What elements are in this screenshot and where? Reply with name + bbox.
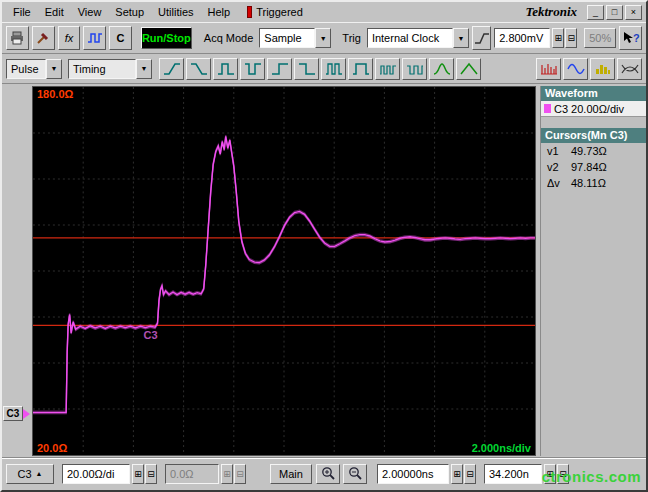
channel-marker-arrow-icon	[23, 409, 30, 419]
square-wave-icon	[87, 31, 103, 45]
keypad-icon[interactable]: ⊞	[132, 464, 144, 484]
meas-pos-duty-button[interactable]	[375, 58, 400, 80]
vertical-scale-top-label: 180.0Ω	[37, 88, 73, 100]
menu-edit[interactable]: Edit	[38, 4, 71, 20]
cursor-readout-v2: v2 97.84Ω	[541, 159, 646, 175]
eye-diagram-button[interactable]	[617, 58, 642, 80]
magnifier-minus-icon	[348, 466, 363, 481]
histogram-comb-button[interactable]	[536, 58, 561, 80]
pulse-mode-select[interactable]: Pulse ▼	[6, 59, 62, 79]
trig-label: Trig	[339, 32, 364, 44]
display-waveform-button[interactable]	[83, 26, 106, 50]
keypad-icon[interactable]: ⊞	[552, 28, 564, 48]
acq-mode-value[interactable]: Sample	[259, 28, 315, 48]
svg-text:?: ?	[633, 32, 640, 44]
close-button[interactable]: ×	[625, 5, 642, 20]
trig-slope-button[interactable]	[472, 26, 491, 50]
menu-setup[interactable]: Setup	[108, 4, 151, 20]
channel-marker[interactable]: C3	[3, 406, 31, 421]
trig-dropdown-icon[interactable]: ▼	[453, 28, 469, 48]
trace-label: C3	[143, 329, 157, 341]
print-button[interactable]	[6, 26, 29, 50]
zoom-in-button[interactable]	[316, 464, 340, 484]
meas-rise-time-button[interactable]	[159, 58, 184, 80]
zoom-out-button[interactable]	[343, 464, 367, 484]
meas-fall-step-button[interactable]	[294, 58, 319, 80]
graticule-area: 180.0Ω 20.0Ω 2.000ns/div C3	[32, 86, 536, 456]
horizontal-position-field[interactable]: 34.200n	[484, 464, 542, 484]
readout-sidebar: Waveform C3 20.00Ω/div Cursors(Mn C3) v1…	[540, 86, 646, 456]
updown-icon[interactable]: ⊟	[234, 464, 246, 484]
trig-level-percent-button[interactable]: 50%	[584, 28, 616, 48]
clear-button[interactable]: C	[109, 26, 132, 50]
menu-file[interactable]: File	[6, 4, 38, 20]
v1-label: v1	[547, 145, 571, 157]
meas-frequency-button[interactable]	[348, 58, 373, 80]
waveform-view-button[interactable]	[563, 58, 588, 80]
acq-mode-select[interactable]: Sample ▼	[259, 28, 331, 48]
vertical-scale-control: 20.00Ω/di ⊞ ⊟	[62, 464, 157, 484]
timing-dropdown-icon[interactable]: ▼	[136, 59, 152, 79]
meas-triangle-button[interactable]	[456, 58, 481, 80]
acq-mode-dropdown-icon[interactable]: ▼	[315, 28, 331, 48]
watermark: ctronics.com	[542, 468, 641, 485]
menu-view[interactable]: View	[71, 4, 109, 20]
channel-select-button[interactable]: C3 ▲	[6, 464, 54, 484]
horizontal-scale-field[interactable]: 2.00000ns	[377, 464, 449, 484]
timing-mode-value[interactable]: Timing	[68, 59, 136, 79]
keypad-icon[interactable]: ⊞	[221, 464, 233, 484]
vertical-offset-field[interactable]: 0.0Ω	[165, 464, 219, 484]
fx-button[interactable]: fx	[58, 26, 81, 50]
cursor-readout-dv: Δv 48.11Ω	[541, 175, 646, 191]
pulse-dropdown-icon[interactable]: ▼	[46, 59, 62, 79]
context-help-button[interactable]: ?	[619, 26, 642, 50]
wide-pulse-icon	[352, 62, 370, 76]
menu-utilities[interactable]: Utilities	[151, 4, 200, 20]
channel-marker-label: C3	[3, 406, 23, 421]
channel-select-label: C3	[18, 468, 32, 480]
meas-neg-duty-button[interactable]	[402, 58, 427, 80]
menu-help[interactable]: Help	[201, 4, 238, 20]
cursors-panel-header: Cursors(Mn C3)	[541, 128, 646, 143]
meas-neg-width-button[interactable]	[240, 58, 265, 80]
comb-icon	[540, 62, 558, 76]
menu-bar: File Edit View Setup Utilities Help Trig…	[2, 2, 646, 22]
timing-mode-select[interactable]: Timing ▼	[68, 59, 152, 79]
trig-source-value[interactable]: Internal Clock	[367, 28, 453, 48]
pulse-mode-value[interactable]: Pulse	[6, 59, 46, 79]
main-toolbar: fx C Run/Stop Acq Mode Sample ▼ Trig Int…	[2, 22, 646, 54]
cursors-block: Cursors(Mn C3) v1 49.73Ω v2 97.84Ω Δv 48…	[541, 128, 646, 191]
meas-pos-width-button[interactable]	[213, 58, 238, 80]
inverted-pulse-icon	[244, 62, 262, 76]
horizontal-scale-spinner: ⊞ ⊟	[451, 464, 476, 484]
v1-value: 49.73Ω	[571, 145, 607, 157]
main-timebase-button[interactable]: Main	[270, 464, 312, 484]
magnifier-plus-icon	[321, 466, 336, 481]
run-stop-button[interactable]: Run/Stop	[141, 27, 192, 49]
triangle-icon	[460, 62, 478, 76]
dv-value: 48.11Ω	[571, 177, 606, 189]
tools-button[interactable]	[32, 26, 55, 50]
printer-icon	[9, 30, 25, 46]
trig-source-select[interactable]: Internal Clock ▼	[367, 28, 469, 48]
meas-rise-step-button[interactable]	[267, 58, 292, 80]
keypad-icon[interactable]: ⊞	[451, 464, 463, 484]
meas-fall-time-button[interactable]	[186, 58, 211, 80]
fx-label: fx	[65, 32, 74, 44]
meas-period-button[interactable]	[321, 58, 346, 80]
meas-gaussian-button[interactable]	[429, 58, 454, 80]
cursor-readout-v1: v1 49.73Ω	[541, 143, 646, 159]
v2-value: 97.84Ω	[571, 161, 607, 173]
updown-icon[interactable]: ⊟	[464, 464, 476, 484]
app-window: File Edit View Setup Utilities Help Trig…	[0, 0, 648, 492]
trig-level-field[interactable]: 2.800mV	[494, 28, 550, 48]
updown-icon[interactable]: ⊟	[145, 464, 157, 484]
histogram-bars-button[interactable]	[590, 58, 615, 80]
minimize-button[interactable]: _	[587, 5, 604, 20]
updown-icon[interactable]: ⊟	[565, 28, 577, 48]
waveform-display[interactable]	[33, 87, 535, 455]
maximize-button[interactable]: □	[606, 5, 623, 20]
vertical-scale-field[interactable]: 20.00Ω/di	[62, 464, 130, 484]
waveform-entry[interactable]: C3 20.00Ω/div	[541, 101, 646, 117]
sine-wave-icon	[567, 62, 585, 76]
